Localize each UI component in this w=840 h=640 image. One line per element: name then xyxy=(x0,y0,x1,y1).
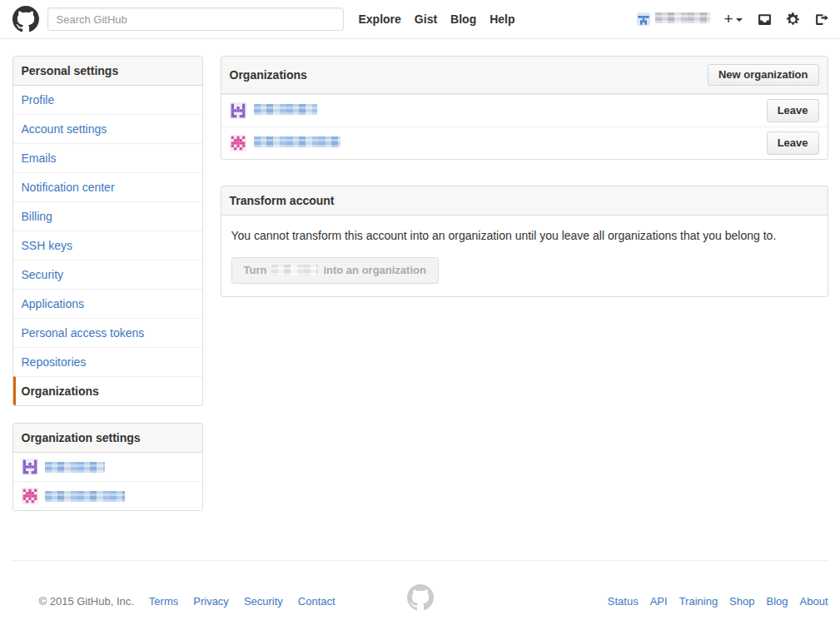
organizations-box: Organizations New organization xyxy=(221,56,828,160)
org-settings-link-1[interactable] xyxy=(13,453,202,481)
org2-name-redacted xyxy=(254,136,340,147)
transform-account-message: You cannot transform this account into a… xyxy=(231,228,818,245)
org1-name-redacted xyxy=(254,104,317,115)
sidebar-item-ssh-keys[interactable]: SSH keys xyxy=(13,231,202,260)
sidebar-item-applications[interactable]: Applications xyxy=(13,289,202,318)
notifications-inbox-icon[interactable] xyxy=(758,12,772,27)
turn-button-suffix: into an organization xyxy=(323,264,426,277)
footer-link-blog[interactable]: Blog xyxy=(766,595,788,608)
org2-name-link[interactable] xyxy=(254,136,340,150)
primary-nav: Explore Gist Blog Help xyxy=(359,12,529,26)
sidebar-item-account-settings[interactable]: Account settings xyxy=(13,114,202,143)
github-logo-icon[interactable] xyxy=(12,6,39,32)
footer-link-status[interactable]: Status xyxy=(608,595,639,608)
org2-name-redacted xyxy=(45,491,125,502)
user-avatar[interactable] xyxy=(637,12,650,26)
new-organization-button[interactable]: New organization xyxy=(708,64,819,86)
top-navigation-bar: Explore Gist Blog Help xyxy=(0,0,840,39)
leave-org1-button[interactable]: Leave xyxy=(767,99,819,122)
username-redacted xyxy=(655,12,710,23)
organization-row-2: Leave xyxy=(221,127,828,159)
sign-out-icon[interactable] xyxy=(814,12,828,27)
turn-into-organization-button[interactable]: Turn into an organization xyxy=(231,257,439,284)
footer-link-about[interactable]: About xyxy=(800,595,828,608)
org1-name-redacted xyxy=(45,462,105,473)
footer-link-privacy[interactable]: Privacy xyxy=(193,595,229,608)
footer-link-contact[interactable]: Contact xyxy=(298,595,336,608)
transform-account-box: Transform account You cannot transform t… xyxy=(221,186,828,297)
sidebar-item-profile[interactable]: Profile xyxy=(13,86,202,114)
org1-name-link[interactable] xyxy=(254,104,317,117)
sidebar-item-organizations[interactable]: Organizations xyxy=(13,376,202,405)
org-settings-link-2[interactable] xyxy=(13,481,202,510)
sidebar-item-billing[interactable]: Billing xyxy=(13,201,202,231)
sidebar-item-emails[interactable]: Emails xyxy=(13,143,202,172)
personal-settings-menu: Personal settings Profile Account settin… xyxy=(12,56,203,406)
settings-sidebar: Personal settings Profile Account settin… xyxy=(12,56,203,511)
sidebar-item-repositories[interactable]: Repositories xyxy=(13,347,202,376)
org1-avatar-identicon xyxy=(22,459,38,475)
chevron-down-icon xyxy=(736,18,743,22)
nav-link-help[interactable]: Help xyxy=(490,12,514,26)
turn-button-prefix: Turn xyxy=(244,264,267,277)
nav-link-gist[interactable]: Gist xyxy=(415,12,437,26)
footer-link-api[interactable]: API xyxy=(650,595,668,608)
sidebar-title: Personal settings xyxy=(13,57,202,86)
nav-link-explore[interactable]: Explore xyxy=(359,12,401,26)
turn-username-redacted xyxy=(271,265,318,275)
sidebar-item-security[interactable]: Security xyxy=(13,260,202,289)
footer-link-terms[interactable]: Terms xyxy=(149,595,178,608)
org1-avatar-identicon xyxy=(230,102,246,119)
github-footer-logo-icon xyxy=(407,584,434,613)
footer-link-shop[interactable]: Shop xyxy=(729,595,754,608)
organization-settings-title: Organization settings xyxy=(13,424,202,453)
footer-link-security[interactable]: Security xyxy=(244,595,283,608)
username-link[interactable] xyxy=(650,12,710,26)
create-new-dropdown[interactable]: + xyxy=(723,12,742,26)
organization-row-1: Leave xyxy=(221,94,828,127)
organizations-title: Organizations xyxy=(230,68,307,82)
transform-account-title: Transform account xyxy=(221,186,828,216)
plus-icon: + xyxy=(723,12,733,26)
footer-link-training[interactable]: Training xyxy=(679,595,718,608)
page-footer: © 2015 GitHub, Inc. Terms Privacy Securi… xyxy=(12,560,828,633)
org2-avatar-identicon xyxy=(22,488,38,504)
search-input[interactable] xyxy=(47,7,344,31)
sidebar-item-personal-access-tokens[interactable]: Personal access tokens xyxy=(13,318,202,347)
org2-avatar-identicon xyxy=(230,135,246,151)
sidebar-item-notification-center[interactable]: Notification center xyxy=(13,172,202,201)
leave-org2-button[interactable]: Leave xyxy=(767,131,819,155)
nav-link-blog[interactable]: Blog xyxy=(450,12,476,26)
organization-settings-box: Organization settings xyxy=(12,423,203,511)
settings-gear-icon[interactable] xyxy=(787,12,799,27)
copyright-text: © 2015 GitHub, Inc. xyxy=(39,595,134,608)
